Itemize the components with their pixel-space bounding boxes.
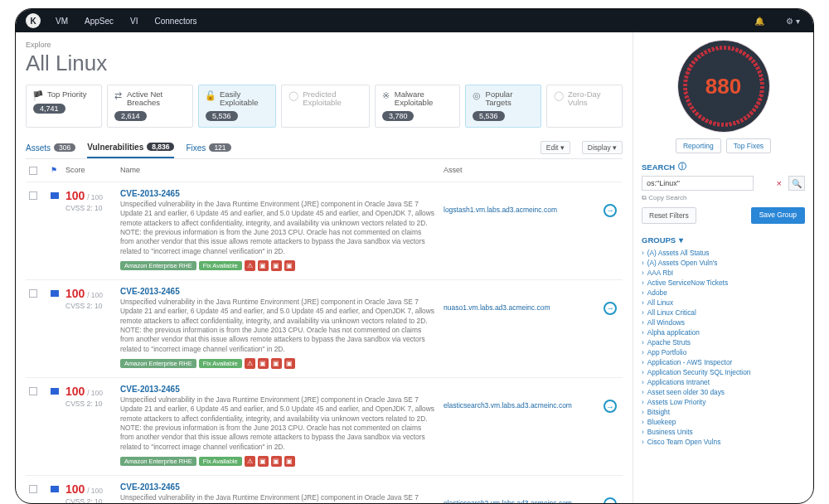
asset-link[interactable]: elasticsearch2.vm.labs.ad3.acmeinc.com bbox=[444, 499, 572, 503]
group-item[interactable]: Alpha application bbox=[642, 327, 805, 337]
nav-vi[interactable]: VI bbox=[130, 17, 138, 26]
group-item[interactable]: Bluekeep bbox=[642, 417, 805, 427]
table-row: 100 / 100 CVSS 2: 10 CVE-2013-2465 Unspe… bbox=[26, 476, 623, 503]
row-checkbox[interactable] bbox=[29, 485, 37, 493]
stat-card-6[interactable]: ◯Zero-Day Vulns bbox=[546, 85, 623, 128]
threat-badge-icon: ▣ bbox=[284, 260, 295, 271]
cve-link[interactable]: CVE-2013-2465 bbox=[120, 482, 435, 492]
flag-icon[interactable] bbox=[51, 388, 59, 395]
asset-link[interactable]: nuaso1.vm.labs.ad3.acmeinc.com bbox=[444, 303, 550, 312]
tab-fixes[interactable]: Fixes 121 bbox=[186, 138, 230, 158]
group-item[interactable]: Asset seen older 30 days bbox=[642, 387, 805, 397]
home-logo[interactable]: K bbox=[26, 13, 41, 28]
group-item[interactable]: AAA RbI bbox=[642, 268, 805, 278]
clear-search-icon[interactable]: × bbox=[777, 178, 782, 188]
group-item[interactable]: Adobe bbox=[642, 288, 805, 298]
risk-score: 100 bbox=[65, 287, 85, 300]
group-item[interactable]: Bitsight bbox=[642, 407, 805, 417]
copy-search-link[interactable]: ⧉ Copy Search bbox=[642, 194, 805, 202]
tab-count: 8,836 bbox=[147, 143, 174, 151]
asset-link[interactable]: logstash1.vm.labs.ad3.acmeinc.com bbox=[444, 206, 557, 214]
risk-score: 100 bbox=[65, 189, 85, 202]
search-button[interactable]: 🔍 bbox=[788, 176, 805, 191]
nav-connectors[interactable]: Connectors bbox=[154, 17, 196, 26]
group-item[interactable]: (A) Assets Open Vuln's bbox=[642, 258, 805, 268]
row-checkbox[interactable] bbox=[29, 387, 37, 395]
stat-card-0[interactable]: 🏴Top Priority 4,741 bbox=[26, 85, 102, 128]
asset-link[interactable]: elasticsearch3.vm.labs.ad3.acmeinc.com bbox=[444, 401, 572, 410]
threat-badge-icon: ▣ bbox=[284, 456, 295, 467]
display-dropdown[interactable]: Display ▾ bbox=[582, 141, 623, 154]
card-icon: ◯ bbox=[554, 90, 564, 100]
cvss-score: CVSS 2: 10 bbox=[65, 400, 120, 408]
tab-assets[interactable]: Assets 306 bbox=[26, 138, 75, 158]
nav-appsec[interactable]: AppSec bbox=[85, 17, 114, 26]
col-score[interactable]: Score bbox=[65, 166, 120, 174]
stat-card-1[interactable]: ⇄Active Net Breaches 2,614 bbox=[107, 85, 193, 128]
tag-fix-available: Fix Available bbox=[199, 261, 242, 270]
threat-badge-icon: ⚠ bbox=[245, 456, 255, 467]
card-count: 3,780 bbox=[382, 111, 414, 121]
flag-icon[interactable] bbox=[51, 486, 59, 492]
groups-list: (A) Assets All Status(A) Assets Open Vul… bbox=[642, 248, 805, 447]
tag-fix-available: Fix Available bbox=[199, 359, 242, 368]
group-item[interactable]: All Linux Critical bbox=[642, 308, 805, 317]
tab-vulnerabilities[interactable]: Vulnerabilities 8,836 bbox=[87, 138, 174, 158]
group-item[interactable]: App Portfolio bbox=[642, 347, 805, 357]
group-item[interactable]: Apache Struts bbox=[642, 337, 805, 347]
stat-card-4[interactable]: ※Malware Exploitable 3,780 bbox=[375, 85, 460, 128]
edit-dropdown[interactable]: Edit ▾ bbox=[541, 141, 570, 154]
cve-link[interactable]: CVE-2013-2465 bbox=[120, 385, 435, 394]
nav-vm[interactable]: VM bbox=[56, 17, 68, 26]
threat-badge-icon: ⚠ bbox=[245, 260, 255, 271]
top-fixes-button[interactable]: Top Fixes bbox=[726, 138, 771, 153]
reset-filters-button[interactable]: Reset Filters bbox=[642, 207, 696, 224]
card-label: Top Priority bbox=[47, 90, 87, 99]
group-item[interactable]: Application - AWS Inspector bbox=[642, 357, 805, 367]
risk-score: 100 bbox=[65, 482, 85, 496]
reporting-button[interactable]: Reporting bbox=[676, 138, 721, 153]
save-group-button[interactable]: Save Group bbox=[751, 207, 805, 224]
group-item[interactable]: Application Security SQL Injection bbox=[642, 367, 805, 377]
card-count: 5,536 bbox=[473, 111, 505, 121]
stat-card-3[interactable]: ◯Predicted Exploitable bbox=[281, 85, 370, 128]
select-all-checkbox[interactable] bbox=[29, 167, 37, 175]
row-detail-arrow-icon[interactable]: → bbox=[604, 497, 617, 503]
row-detail-arrow-icon[interactable]: → bbox=[604, 302, 617, 315]
group-item[interactable]: Business Units bbox=[642, 427, 805, 437]
search-input[interactable] bbox=[642, 176, 754, 191]
col-asset[interactable]: Asset bbox=[444, 166, 601, 174]
cve-link[interactable]: CVE-2013-2465 bbox=[120, 189, 435, 198]
group-item[interactable]: All Windows bbox=[642, 317, 805, 327]
row-detail-arrow-icon[interactable]: → bbox=[604, 400, 617, 413]
card-label: Zero-Day Vulns bbox=[568, 90, 615, 108]
cve-link[interactable]: CVE-2013-2465 bbox=[120, 287, 435, 296]
row-checkbox[interactable] bbox=[29, 289, 37, 298]
threat-badge-icon: ▣ bbox=[271, 260, 282, 271]
flag-icon[interactable]: ⚑ bbox=[51, 166, 57, 174]
flag-icon[interactable] bbox=[51, 290, 59, 297]
row-detail-arrow-icon[interactable]: → bbox=[604, 204, 617, 217]
flag-icon[interactable] bbox=[51, 192, 59, 199]
row-checkbox[interactable] bbox=[29, 191, 37, 200]
card-count: 4,741 bbox=[33, 104, 65, 114]
card-count: 2,614 bbox=[114, 111, 147, 121]
group-item[interactable]: Applications Intranet bbox=[642, 377, 805, 387]
group-item[interactable]: Assets Low Priority bbox=[642, 397, 805, 407]
group-item[interactable]: (A) Assets All Status bbox=[642, 248, 805, 258]
group-item[interactable]: Active ServiceNow Tickets bbox=[642, 278, 805, 288]
group-item[interactable]: Cisco Team Open Vulns bbox=[642, 437, 805, 447]
stat-cards-row: 🏴Top Priority 4,741 ⇄Active Net Breaches… bbox=[26, 85, 623, 128]
table-body: 100 / 100 CVSS 2: 10 CVE-2013-2465 Unspe… bbox=[26, 182, 623, 503]
cvss-score: CVSS 2: 10 bbox=[65, 497, 120, 503]
col-name[interactable]: Name bbox=[120, 166, 444, 174]
bell-icon[interactable]: 🔔 bbox=[751, 17, 768, 26]
chevron-down-icon[interactable]: ▾ bbox=[679, 235, 683, 245]
stat-card-5[interactable]: ◎Popular Targets 5,536 bbox=[465, 85, 541, 128]
tab-label: Assets bbox=[26, 143, 51, 153]
help-icon[interactable]: ⓘ bbox=[678, 162, 686, 172]
gear-icon[interactable]: ⚙ ▾ bbox=[783, 17, 803, 26]
group-item[interactable]: All Linux bbox=[642, 298, 805, 308]
card-icon: 🏴 bbox=[33, 90, 43, 100]
stat-card-2[interactable]: 🔓Easily Exploitable 5,536 bbox=[198, 85, 276, 128]
